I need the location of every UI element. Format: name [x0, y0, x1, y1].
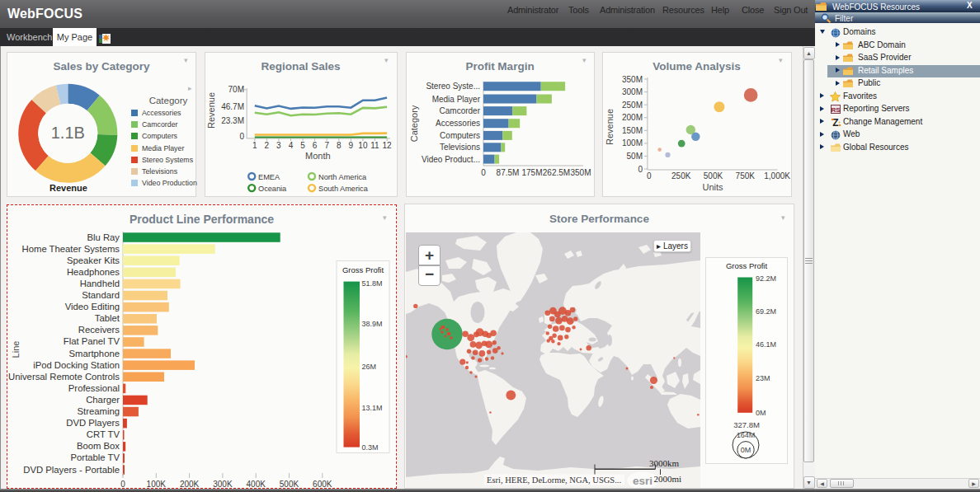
svg-text:5: 5 — [300, 141, 305, 150]
svg-text:EMEA: EMEA — [258, 173, 280, 181]
svg-text:38.9M: 38.9M — [362, 320, 383, 328]
svg-text:12: 12 — [382, 141, 392, 150]
svg-text:Esri, HERE, DeLorme, NGA, USGS: Esri, HERE, DeLorme, NGA, USGS... — [487, 476, 621, 485]
svg-text:Stereo Syste...: Stereo Syste... — [426, 82, 480, 91]
svg-text:600K: 600K — [313, 480, 332, 489]
svg-text:500K: 500K — [280, 480, 299, 489]
svg-text:70M: 70M — [228, 85, 243, 94]
svg-text:Boom Box: Boom Box — [77, 441, 120, 451]
svg-text:51.8M: 51.8M — [362, 279, 383, 288]
svg-text:Revenue: Revenue — [206, 92, 216, 129]
svg-text:0: 0 — [120, 480, 125, 489]
svg-text:100K: 100K — [147, 480, 167, 489]
svg-text:Revenue: Revenue — [49, 183, 87, 193]
svg-text:262.5M: 262.5M — [542, 168, 569, 177]
svg-text:11: 11 — [370, 141, 379, 150]
svg-text:Oceania: Oceania — [258, 185, 287, 193]
svg-text:CRT TV: CRT TV — [87, 429, 120, 439]
svg-text:0M: 0M — [740, 446, 751, 454]
svg-text:7: 7 — [324, 141, 329, 150]
svg-text:iPod Docking Station: iPod Docking Station — [33, 360, 120, 370]
svg-text:Month: Month — [305, 151, 331, 161]
svg-text:13.1M: 13.1M — [362, 404, 383, 412]
svg-text:26M: 26M — [362, 363, 377, 371]
svg-text:Accessories: Accessories — [436, 119, 480, 128]
svg-text:8: 8 — [337, 141, 342, 150]
svg-text:350M: 350M — [570, 168, 591, 177]
svg-text:Universal Remote Controls: Universal Remote Controls — [8, 372, 120, 382]
svg-text:Gross Profit: Gross Profit — [342, 265, 384, 274]
svg-text:23.3M: 23.3M — [221, 116, 244, 125]
svg-text:Camcorder: Camcorder — [439, 106, 480, 115]
svg-text:1,000K: 1,000K — [764, 171, 790, 180]
svg-text:Category: Category — [149, 96, 188, 105]
svg-text:92.2M: 92.2M — [756, 274, 776, 283]
svg-text:Home Theater Systems: Home Theater Systems — [22, 244, 120, 254]
svg-text:Computers: Computers — [440, 131, 480, 140]
svg-text:1.1B: 1.1B — [51, 124, 85, 142]
svg-text:46.1M: 46.1M — [756, 340, 776, 349]
svg-text:Handheld: Handheld — [80, 279, 120, 288]
svg-text:327.8M: 327.8M — [733, 420, 760, 429]
svg-text:23M: 23M — [756, 374, 770, 382]
svg-text:esri: esri — [633, 475, 653, 487]
svg-text:0: 0 — [481, 168, 486, 177]
svg-text:750K: 750K — [735, 171, 755, 180]
svg-text:Charger: Charger — [86, 395, 120, 405]
svg-text:300K: 300K — [213, 480, 233, 489]
svg-text:Portable TV: Portable TV — [71, 452, 120, 462]
svg-text:6: 6 — [312, 141, 317, 150]
svg-text:Media Player: Media Player — [431, 95, 480, 104]
svg-text:0.3M: 0.3M — [362, 443, 379, 452]
svg-text:Televisions: Televisions — [440, 143, 480, 152]
svg-text:DVD Players: DVD Players — [66, 418, 120, 428]
svg-text:North America: North America — [318, 173, 367, 181]
svg-text:Headphones: Headphones — [67, 267, 120, 277]
svg-text:Units: Units — [702, 182, 723, 192]
svg-text:Tablet: Tablet — [95, 313, 120, 323]
svg-text:RS: RS — [831, 106, 841, 114]
svg-text:300M: 300M — [621, 87, 642, 96]
svg-text:87.5M: 87.5M — [496, 168, 519, 177]
svg-text:0: 0 — [638, 165, 643, 174]
svg-text:10: 10 — [358, 141, 368, 150]
svg-text:Video Editing: Video Editing — [65, 302, 120, 312]
svg-text:Professional: Professional — [68, 383, 120, 393]
svg-text:3000km: 3000km — [649, 458, 680, 468]
svg-text:164M: 164M — [736, 431, 755, 439]
svg-text:2000mi: 2000mi — [653, 474, 681, 484]
svg-text:DVD Players - Portable: DVD Players - Portable — [23, 465, 120, 475]
svg-text:4: 4 — [288, 141, 293, 150]
svg-text:Category: Category — [409, 105, 419, 142]
svg-text:150M: 150M — [621, 126, 642, 135]
svg-text:1: 1 — [252, 141, 257, 150]
svg-text:0: 0 — [239, 132, 244, 141]
svg-text:350M: 350M — [621, 75, 642, 84]
svg-text:Standard: Standard — [82, 290, 120, 300]
svg-text:0: 0 — [647, 171, 652, 180]
svg-text:500K: 500K — [703, 171, 723, 180]
svg-text:Speaker Kits: Speaker Kits — [67, 255, 120, 265]
svg-text:Z: Z — [832, 117, 838, 128]
svg-text:200M: 200M — [621, 113, 642, 122]
svg-text:Streaming: Streaming — [78, 406, 120, 416]
svg-text:9: 9 — [348, 141, 353, 150]
svg-text:Receivers: Receivers — [78, 325, 120, 335]
svg-text:250M: 250M — [621, 101, 642, 110]
svg-text:0M: 0M — [756, 409, 766, 417]
svg-text:South America: South America — [318, 185, 369, 193]
svg-text:69.2M: 69.2M — [756, 307, 776, 316]
svg-text:Flat Panel TV: Flat Panel TV — [64, 336, 120, 346]
svg-text:250K: 250K — [671, 171, 691, 180]
svg-text:3: 3 — [276, 141, 281, 150]
svg-text:Smartphone: Smartphone — [68, 349, 120, 358]
svg-text:400K: 400K — [247, 480, 266, 489]
svg-text:200K: 200K — [180, 480, 200, 489]
svg-text:Blu Ray: Blu Ray — [87, 232, 120, 242]
svg-text:46.7M: 46.7M — [221, 102, 244, 111]
svg-text:50M: 50M — [626, 152, 642, 161]
svg-text:2: 2 — [264, 141, 269, 150]
svg-text:Revenue: Revenue — [605, 109, 615, 145]
svg-text:175M: 175M — [521, 168, 542, 177]
svg-text:Gross Profit: Gross Profit — [726, 261, 768, 270]
